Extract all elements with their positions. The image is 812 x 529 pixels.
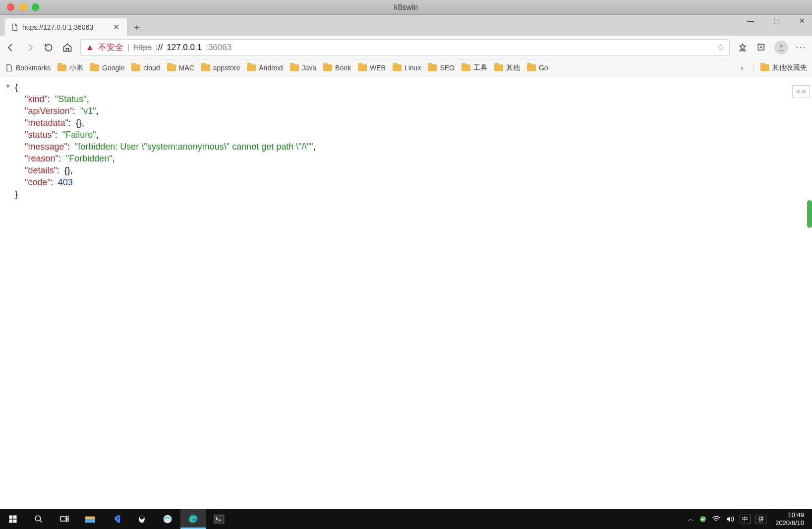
bookmark-other[interactable]: 其他收藏夹 <box>760 63 807 72</box>
svg-rect-4 <box>9 520 13 523</box>
page-viewport[interactable]: ▼ { "kind": "Status", "apiVersion": "v1"… <box>0 76 812 509</box>
svg-rect-18 <box>214 515 224 523</box>
file-explorer-button[interactable] <box>77 509 103 529</box>
svg-point-16 <box>164 515 172 524</box>
bookmark-folder[interactable]: Go <box>527 64 548 72</box>
svg-rect-7 <box>60 517 66 521</box>
url-host: 127.0.0.1 <box>167 43 202 53</box>
folder-icon <box>462 64 470 71</box>
json-key: "metadata" <box>25 118 68 128</box>
mac-titlebar: k8swin <box>0 0 812 15</box>
svg-point-13 <box>140 516 144 520</box>
url-sep: :// <box>156 43 163 53</box>
warning-icon: ▲ <box>86 43 94 53</box>
bookmark-folder[interactable]: 其他 <box>494 63 520 72</box>
file-icon <box>5 64 13 72</box>
home-button[interactable] <box>61 42 73 53</box>
json-key: "apiVersion" <box>25 106 73 116</box>
windows-taskbar: ︿ 中 拼 10:49 2020/6/10 <box>0 509 812 529</box>
svg-rect-15 <box>143 522 144 523</box>
bookmark-label: WEB <box>370 64 386 72</box>
profile-button[interactable] <box>774 41 788 54</box>
separator <box>753 63 754 73</box>
collapse-triangle-icon[interactable]: ▼ <box>5 80 11 92</box>
forward-button[interactable] <box>24 42 36 53</box>
ime-mode[interactable]: 拼 <box>755 515 766 524</box>
bookmark-folder[interactable]: Linux <box>393 64 421 72</box>
bookmark-label: Java <box>302 64 317 72</box>
folder-icon <box>201 64 210 71</box>
address-bar[interactable]: ▲ 不安全 | https://127.0.0.1:36063 ☆ <box>80 39 730 56</box>
menu-button[interactable]: ··· <box>795 42 807 53</box>
taskview-button[interactable] <box>52 509 77 529</box>
bookmark-folder[interactable]: Book <box>323 64 351 72</box>
svg-rect-8 <box>67 516 68 519</box>
svg-point-1 <box>780 45 783 48</box>
refresh-button[interactable] <box>43 42 55 53</box>
bookmark-folder[interactable]: MAC <box>167 64 194 72</box>
browser-tab[interactable]: https://127.0.0.1:36063 ✕ <box>4 18 128 36</box>
bookmark-folder[interactable]: Google <box>90 64 124 72</box>
bookmarks-overflow-chevron-icon[interactable]: › <box>738 64 746 72</box>
bookmark-folder[interactable]: Android <box>247 64 283 72</box>
bookmark-label: Go <box>539 64 548 72</box>
json-value: "Failure" <box>62 130 96 140</box>
tray-security-icon[interactable] <box>699 515 707 523</box>
collapse-panel-button[interactable]: < < <box>792 85 810 98</box>
vscode-button[interactable] <box>103 509 129 529</box>
bookmark-folder[interactable]: Java <box>290 64 317 72</box>
clock[interactable]: 10:49 2020/6/10 <box>771 511 808 527</box>
start-button[interactable] <box>0 509 26 529</box>
tray-chevron-icon[interactable]: ︿ <box>688 515 694 524</box>
favorites-button[interactable] <box>737 42 749 53</box>
bookmark-label: Bookmarks <box>16 64 51 72</box>
back-button[interactable] <box>5 42 17 53</box>
app-button[interactable] <box>155 509 180 529</box>
bookmark-label: 工具 <box>473 63 487 72</box>
bookmark-label: cloud <box>143 64 160 72</box>
qq-button[interactable] <box>129 509 155 529</box>
bookmark-label: Android <box>259 64 283 72</box>
json-key: "reason" <box>25 154 58 163</box>
browser-toolbar: ▲ 不安全 | https://127.0.0.1:36063 ☆ ··· <box>0 36 812 59</box>
folder-icon <box>90 64 99 71</box>
search-button[interactable] <box>26 509 52 529</box>
json-key: "kind" <box>25 94 48 104</box>
svg-rect-3 <box>13 516 17 519</box>
bookmark-folder[interactable]: SEO <box>428 64 455 72</box>
svg-rect-2 <box>9 516 13 519</box>
terminal-button[interactable] <box>206 509 232 529</box>
bookmark-folder[interactable]: appstore <box>201 64 240 72</box>
bookmark-folder[interactable]: 工具 <box>462 63 487 72</box>
bookmark-folder[interactable]: cloud <box>131 64 160 72</box>
json-value: 403 <box>58 177 73 187</box>
svg-rect-5 <box>13 520 17 523</box>
url-scheme: https <box>133 43 152 53</box>
bookmark-label: MAC <box>179 64 194 72</box>
json-value: "forbidden: User \"system:anonymous\" ca… <box>75 142 313 152</box>
favorite-icon[interactable]: ☆ <box>717 42 724 53</box>
json-value: "v1" <box>80 106 96 116</box>
bookmark-label: 其他 <box>506 63 520 72</box>
json-value: "Status" <box>55 94 87 104</box>
tab-close-icon[interactable]: ✕ <box>111 22 121 32</box>
inner-maximize-button[interactable]: ▢ <box>769 17 783 25</box>
json-value: "Forbidden" <box>66 154 113 163</box>
edge-button[interactable] <box>180 509 206 529</box>
inner-close-button[interactable]: ✕ <box>795 17 809 25</box>
bookmark-bookmarks[interactable]: Bookmarks <box>5 64 51 72</box>
bookmark-folder[interactable]: WEB <box>358 64 386 72</box>
json-key: "message" <box>25 142 67 152</box>
clock-date: 2020/6/10 <box>775 519 804 527</box>
bookmark-folder[interactable]: 小米 <box>58 63 83 72</box>
ime-lang[interactable]: 中 <box>740 515 751 524</box>
scrollbar-thumb[interactable] <box>807 200 812 228</box>
new-tab-button[interactable]: ＋ <box>128 18 146 36</box>
folder-icon <box>428 64 437 71</box>
tray-wifi-icon[interactable] <box>712 516 721 523</box>
folder-icon <box>527 64 536 71</box>
folder-icon <box>131 64 140 71</box>
tray-volume-icon[interactable] <box>726 515 735 523</box>
inner-minimize-button[interactable]: — <box>744 17 757 25</box>
collections-button[interactable] <box>755 42 767 53</box>
